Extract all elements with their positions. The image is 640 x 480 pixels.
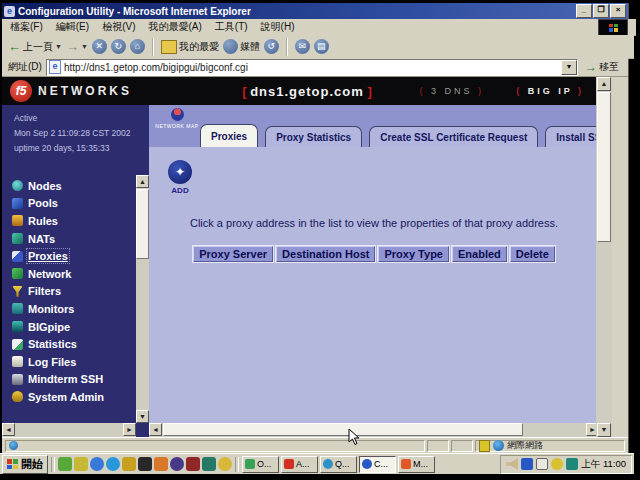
quicklaunch-icon[interactable] xyxy=(90,457,104,471)
sidebar-horizontal-scrollbar[interactable]: ◄ ► xyxy=(2,423,136,437)
go-label: 移至 xyxy=(599,60,619,74)
task-label: O... xyxy=(257,459,272,469)
back-dropdown-icon[interactable]: ▼ xyxy=(55,43,62,50)
window-vertical-scrollbar[interactable]: ▲ ▼ xyxy=(596,77,612,437)
nodes-icon xyxy=(12,180,23,191)
tab-create-ssl-certificate-request[interactable]: Create SSL Certificate Request xyxy=(369,126,538,147)
minimize-button[interactable]: _ xyxy=(576,4,592,18)
scroll-down-icon[interactable]: ▼ xyxy=(597,423,611,437)
rules-icon xyxy=(12,215,23,226)
sidebar-item-network[interactable]: Network xyxy=(12,265,136,283)
ie-throbber xyxy=(598,19,628,36)
print-icon[interactable]: ▤ xyxy=(314,39,329,54)
ie-app-icon: e xyxy=(4,6,15,17)
sidebar-item-filters[interactable]: Filters xyxy=(12,283,136,301)
column-proxy-server[interactable]: Proxy Server xyxy=(193,246,273,262)
column-proxy-type[interactable]: Proxy Type xyxy=(378,246,449,262)
scrollbar-thumb[interactable] xyxy=(163,423,523,436)
refresh-icon[interactable]: ↻ xyxy=(111,39,126,54)
mail-icon[interactable]: ✉ xyxy=(295,39,310,54)
quicklaunch-icon[interactable] xyxy=(58,457,72,471)
quicklaunch-icon[interactable] xyxy=(218,457,232,471)
history-icon[interactable]: ↺ xyxy=(264,39,279,54)
column-destination-host[interactable]: Destination Host xyxy=(276,246,375,262)
volume-icon[interactable] xyxy=(506,458,518,470)
product-3dns-text: 3 DNS xyxy=(431,86,473,96)
maximize-button[interactable]: ❐ xyxy=(593,4,609,18)
forward-icon: → xyxy=(66,39,79,54)
sidebar-item-rules[interactable]: Rules xyxy=(12,212,136,230)
address-dropdown-icon[interactable]: ▼ xyxy=(561,60,577,75)
forward-dropdown-icon[interactable]: ▼ xyxy=(81,43,88,50)
sidebar-item-pools[interactable]: Pools xyxy=(12,195,136,213)
statistics-icon xyxy=(12,339,23,350)
scrollbar-thumb[interactable] xyxy=(136,189,149,259)
sidebar-item-monitors[interactable]: Monitors xyxy=(12,300,136,318)
sidebar-item-mindterm-ssh[interactable]: Mindterm SSH xyxy=(12,371,136,389)
address-input[interactable]: e http://dns1.getop.com/bigipgui/bigconf… xyxy=(46,59,578,76)
clock[interactable]: 上午 11:00 xyxy=(581,458,626,471)
scroll-up-icon[interactable]: ▲ xyxy=(597,77,611,91)
menu-favorites[interactable]: 我的最愛(A) xyxy=(148,20,201,34)
menu-view[interactable]: 檢視(V) xyxy=(102,20,135,34)
media-button[interactable]: 媒體 xyxy=(223,39,260,54)
sidebar-vertical-scrollbar[interactable]: ▲ ▼ xyxy=(136,175,149,423)
add-icon[interactable]: ✦ xyxy=(168,160,192,184)
task-button[interactable]: Q... xyxy=(320,456,357,473)
quicklaunch-icon[interactable] xyxy=(170,457,184,471)
sidebar-item-nodes[interactable]: Nodes xyxy=(12,177,136,195)
task-button[interactable]: A... xyxy=(281,456,318,473)
tray-teal-icon[interactable] xyxy=(566,458,578,470)
stop-icon[interactable]: ✕ xyxy=(92,39,107,54)
home-icon[interactable]: ⌂ xyxy=(130,39,145,54)
scroll-left-icon[interactable]: ◄ xyxy=(149,423,162,436)
task-button[interactable]: M... xyxy=(398,456,435,473)
quicklaunch-icon[interactable] xyxy=(186,457,200,471)
sidebar-item-proxies[interactable]: Proxies xyxy=(12,247,136,265)
menu-help[interactable]: 說明(H) xyxy=(261,20,295,34)
menu-tools[interactable]: 工具(T) xyxy=(215,20,248,34)
sidebar-item-statistics[interactable]: Statistics xyxy=(12,335,136,353)
menu-bar: 檔案(F) 編輯(E) 檢視(V) 我的最愛(A) 工具(T) 說明(H) xyxy=(2,19,636,36)
task-button-active[interactable]: C... xyxy=(359,456,396,473)
sidebar-item-system-admin[interactable]: System Admin xyxy=(12,388,136,406)
add-label: ADD xyxy=(165,186,195,195)
sidebar-item-logfiles[interactable]: Log Files xyxy=(12,353,136,371)
quicklaunch-icon[interactable] xyxy=(122,457,136,471)
close-button[interactable]: × xyxy=(610,4,626,18)
scroll-right-icon[interactable]: ► xyxy=(123,423,136,436)
sidebar-item-bigpipe[interactable]: BIGpipe xyxy=(12,318,136,336)
tab-proxies[interactable]: Proxies xyxy=(200,124,258,147)
network-map-button[interactable]: NETWORK MAP xyxy=(155,108,199,144)
go-button[interactable]: → 移至 xyxy=(582,60,622,74)
mouse-cursor xyxy=(347,428,361,446)
scroll-left-icon[interactable]: ◄ xyxy=(2,423,15,436)
tab-proxy-statistics[interactable]: Proxy Statistics xyxy=(265,126,362,147)
scroll-down-icon[interactable]: ▼ xyxy=(136,410,149,423)
add-proxy-control[interactable]: ✦ ADD xyxy=(165,160,195,195)
back-button[interactable]: ← 上一頁 ▼ xyxy=(8,39,62,54)
quicklaunch-icon[interactable] xyxy=(154,457,168,471)
scroll-up-icon[interactable]: ▲ xyxy=(136,175,149,188)
frame-horizontal-scrollbar[interactable]: ◄ ► xyxy=(149,423,599,437)
task-button[interactable]: O... xyxy=(242,456,279,473)
sidebar-item-label: Statistics xyxy=(28,338,77,350)
tray-yellow-icon[interactable] xyxy=(551,458,563,470)
scrollbar-thumb[interactable] xyxy=(597,92,611,242)
monitor-icon[interactable] xyxy=(536,458,548,470)
favorites-button[interactable]: 我的最愛 xyxy=(161,40,219,54)
quicklaunch-icon[interactable] xyxy=(138,457,152,471)
menu-edit[interactable]: 編輯(E) xyxy=(56,20,89,34)
quicklaunch-icon[interactable] xyxy=(74,457,88,471)
menu-file[interactable]: 檔案(F) xyxy=(10,20,43,34)
column-enabled[interactable]: Enabled xyxy=(452,246,507,262)
start-button[interactable]: 開始 xyxy=(2,455,48,474)
column-delete[interactable]: Delete xyxy=(510,246,555,262)
network-map-label: NETWORK MAP xyxy=(155,123,198,129)
product-3dns-label: ( 3 DNS ) xyxy=(419,86,484,96)
sidebar-item-nats[interactable]: NATs xyxy=(12,230,136,248)
tray-flag-icon[interactable] xyxy=(521,458,533,470)
forward-button[interactable]: → ▼ xyxy=(66,39,88,54)
quicklaunch-icon[interactable] xyxy=(202,457,216,471)
quicklaunch-icon[interactable] xyxy=(106,457,120,471)
